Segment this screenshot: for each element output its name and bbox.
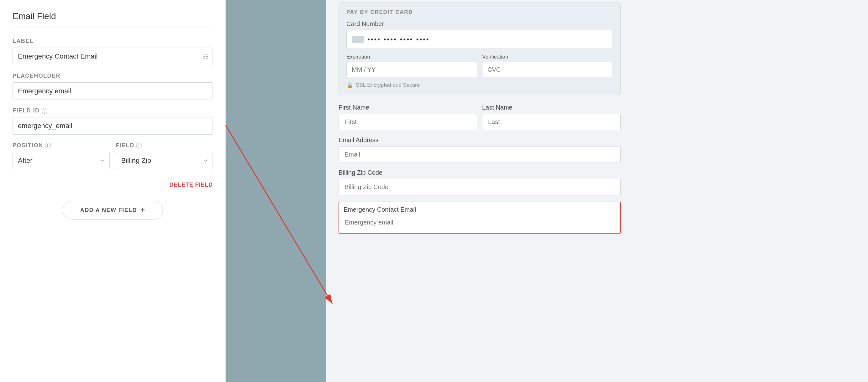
first-name-label: First Name xyxy=(339,104,477,111)
field-id-info-icon[interactable]: i xyxy=(42,108,47,114)
email-label: Email Address xyxy=(339,137,621,144)
first-name-input[interactable] xyxy=(339,114,477,130)
field-heading: FIELD i xyxy=(116,142,213,149)
position-section: POSITION i After Before xyxy=(12,142,110,169)
cc-cvc-input[interactable] xyxy=(482,62,613,77)
position-heading: POSITION i xyxy=(12,142,110,149)
field-select[interactable]: Billing Zip Email Address First Name Las… xyxy=(116,152,213,169)
right-panel: PAY BY CREDIT CARD Card Number •••• ••••… xyxy=(326,0,868,382)
cc-expiry-cvc-row: Expiration Verification xyxy=(346,54,613,77)
position-info-icon[interactable]: i xyxy=(45,143,51,148)
field-info-icon[interactable]: i xyxy=(136,143,142,148)
ssl-text: SSL Encrypted and Secure xyxy=(356,82,420,88)
email-section: Email Address xyxy=(339,137,621,163)
add-field-label: ADD A NEW FIELD xyxy=(80,207,137,213)
svg-line-1 xyxy=(226,125,332,304)
position-field-row: POSITION i After Before FIELD i Billing … xyxy=(12,142,213,177)
ssl-row: 🔒 SSL Encrypted and Secure xyxy=(346,82,613,89)
label-input-wrapper: ☷ xyxy=(12,47,213,65)
cc-section-title: PAY BY CREDIT CARD xyxy=(346,9,613,15)
add-field-plus-icon: + xyxy=(141,206,145,214)
label-heading: LABEL xyxy=(12,38,213,44)
last-name-field: Last Name xyxy=(482,104,621,130)
field-ref-section: FIELD i Billing Zip Email Address First … xyxy=(116,142,213,169)
credit-card-section: PAY BY CREDIT CARD Card Number •••• ••••… xyxy=(339,2,621,95)
position-select[interactable]: After Before xyxy=(12,152,110,169)
placeholder-input[interactable] xyxy=(12,82,213,100)
field-id-section: FIELD ID i xyxy=(12,107,213,135)
last-name-label: Last Name xyxy=(482,104,621,111)
delete-field-button[interactable]: DELETE FIELD xyxy=(169,182,213,188)
field-id-input[interactable] xyxy=(12,117,213,135)
label-section: LABEL ☷ xyxy=(12,38,213,65)
billing-zip-input[interactable] xyxy=(339,179,621,196)
cc-expiry-group: Expiration xyxy=(346,54,477,77)
label-field-icon: ☷ xyxy=(203,53,209,60)
first-name-field: First Name xyxy=(339,104,477,130)
emergency-email-section: Emergency Contact Email xyxy=(339,202,621,234)
label-input[interactable] xyxy=(12,47,213,65)
add-field-button[interactable]: ADD A NEW FIELD + xyxy=(63,201,163,219)
cc-cvc-label: Verification xyxy=(482,54,613,60)
email-input[interactable] xyxy=(339,146,621,163)
lock-icon: 🔒 xyxy=(346,82,353,89)
right-panel-inner: PAY BY CREDIT CARD Card Number •••• ••••… xyxy=(339,0,621,234)
left-panel: Email Field LABEL ☷ PLACEHOLDER FIELD ID… xyxy=(0,0,226,382)
cc-expiry-input[interactable] xyxy=(346,62,477,77)
middle-divider xyxy=(226,0,326,382)
last-name-input[interactable] xyxy=(482,114,621,130)
placeholder-section: PLACEHOLDER xyxy=(12,73,213,100)
billing-zip-section: Billing Zip Code xyxy=(339,169,621,196)
cc-cvc-group: Verification xyxy=(482,54,613,77)
emergency-email-input[interactable] xyxy=(344,216,616,229)
emergency-email-label: Emergency Contact Email xyxy=(344,206,616,213)
card-number-label: Card Number xyxy=(346,20,613,28)
cc-card-icon xyxy=(352,36,364,43)
placeholder-heading: PLACEHOLDER xyxy=(12,73,213,79)
cc-dots: •••• •••• •••• •••• xyxy=(367,35,430,43)
cc-expiry-label: Expiration xyxy=(346,54,477,60)
card-number-box: •••• •••• •••• •••• xyxy=(346,30,613,49)
name-row: First Name Last Name xyxy=(339,104,621,130)
billing-zip-label: Billing Zip Code xyxy=(339,169,621,176)
field-id-heading: FIELD ID i xyxy=(12,107,213,114)
delete-field-area: DELETE FIELD xyxy=(12,182,213,188)
panel-title: Email Field xyxy=(12,11,213,28)
